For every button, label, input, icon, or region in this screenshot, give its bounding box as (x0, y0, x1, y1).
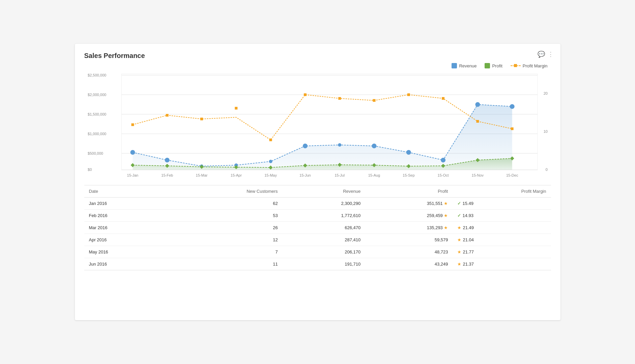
table-row: Apr 201612287,41059,579★ 21.04 (84, 234, 551, 246)
cell-date: May 2016 (84, 246, 166, 258)
cell-profit-margin: ★ 21.77 (453, 246, 551, 258)
table-row: Jun 201611191,71043,249★ 21.37 (84, 258, 551, 270)
svg-text:15-Jan: 15-Jan (127, 173, 138, 177)
table-row: Jan 2016622,300,290351,551 ★✓ 15.49 (84, 198, 551, 210)
check-icon: ✓ (457, 213, 461, 218)
profit-margin-point (131, 123, 134, 126)
svg-text:15-Dec: 15-Dec (506, 173, 518, 177)
cell-new-customers: 62 (166, 198, 283, 210)
star-icon: ★ (457, 262, 461, 267)
svg-text:15-Feb: 15-Feb (161, 173, 173, 177)
cell-date: Jun 2016 (84, 258, 166, 270)
cell-new-customers: 12 (166, 234, 283, 246)
table-row: Mar 201626626,470135,293 ★★ 21.49 (84, 222, 551, 234)
svg-text:$2,000,000: $2,000,000 (88, 93, 106, 97)
star-icon: ★ (444, 213, 448, 218)
cell-profit: 135,293 ★ (365, 222, 453, 234)
legend-profit: Profit (485, 63, 502, 68)
cell-date: Jan 2016 (84, 198, 166, 210)
revenue-legend-label: Revenue (459, 63, 477, 68)
cell-date: Apr 2016 (84, 234, 166, 246)
revenue-point (510, 104, 514, 109)
cell-profit: 48,723 (365, 246, 453, 258)
cell-profit: 351,551 ★ (365, 198, 453, 210)
profit-margin-point (338, 97, 341, 100)
cell-date: Mar 2016 (84, 222, 166, 234)
cell-revenue: 1,772,610 (283, 210, 366, 222)
chart-legend: Revenue Profit Profit Margin (84, 63, 551, 68)
col-header-revenue: Revenue (283, 185, 366, 198)
sales-performance-card: Sales Performance 💬 ⋮ Revenue Profit Pro… (75, 44, 560, 320)
cell-profit-margin: ★ 21.04 (453, 234, 551, 246)
svg-text:15-Oct: 15-Oct (437, 173, 449, 177)
profit-legend-color (485, 63, 490, 68)
profit-margin-point (442, 97, 444, 100)
more-options-icon[interactable]: ⋮ (548, 51, 554, 58)
profit-margin-point (166, 114, 168, 117)
profit-margin-point (407, 93, 410, 96)
revenue-point (165, 158, 169, 162)
card-actions: 💬 ⋮ (538, 51, 554, 58)
svg-text:20: 20 (543, 91, 547, 95)
cell-profit-margin: ★ 21.49 (453, 222, 551, 234)
star-icon: ★ (457, 225, 461, 230)
cell-new-customers: 11 (166, 258, 283, 270)
svg-text:$1,500,000: $1,500,000 (88, 112, 106, 116)
cell-date: Feb 2016 (84, 210, 166, 222)
svg-text:15-Apr: 15-Apr (230, 173, 241, 177)
cell-profit-margin: ✓ 15.49 (453, 198, 551, 210)
svg-text:$1,000,000: $1,000,000 (88, 132, 106, 136)
cell-revenue: 206,170 (283, 246, 366, 258)
col-header-profit-margin: Profit Margin (453, 185, 551, 198)
profit-margin-point (235, 107, 237, 110)
revenue-legend-color (452, 63, 457, 68)
legend-revenue: Revenue (452, 63, 477, 68)
cell-revenue: 287,410 (283, 234, 366, 246)
legend-profit-margin: Profit Margin (511, 63, 548, 68)
svg-text:$500,000: $500,000 (88, 151, 103, 155)
revenue-point (475, 102, 480, 107)
svg-text:15-Jul: 15-Jul (335, 173, 345, 177)
star-icon: ★ (444, 225, 448, 230)
svg-text:15-Nov: 15-Nov (471, 173, 484, 177)
profit-margin-point (269, 139, 272, 141)
check-icon: ✓ (457, 201, 461, 206)
revenue-point (441, 158, 445, 162)
profit-margin-line (133, 95, 512, 140)
page-title: Sales Performance (84, 52, 551, 60)
col-header-date: Date (84, 185, 166, 198)
revenue-point (130, 150, 135, 155)
chart-area: $2,500,000 $2,000,000 $1,500,000 $1,000,… (84, 70, 551, 178)
col-header-new-customers: New Customers (166, 185, 283, 198)
table-row: Feb 2016531,772,610259,459 ★✓ 14.93 (84, 210, 551, 222)
svg-text:15-Aug: 15-Aug (368, 173, 380, 177)
profit-legend-label: Profit (492, 63, 502, 68)
svg-text:$0: $0 (88, 168, 92, 172)
table-row: May 20167206,17048,723★ 21.77 (84, 246, 551, 258)
svg-text:15-Jun: 15-Jun (299, 173, 311, 177)
star-icon: ★ (444, 201, 448, 206)
revenue-point (302, 144, 307, 148)
star-icon: ★ (457, 237, 461, 242)
star-icon: ★ (457, 249, 461, 254)
svg-text:15-Sep: 15-Sep (403, 173, 415, 177)
profit-margin-point (200, 118, 203, 120)
cell-profit: 259,459 ★ (365, 210, 453, 222)
cell-revenue: 191,710 (283, 258, 366, 270)
svg-text:15-May: 15-May (264, 173, 277, 177)
cell-profit-margin: ★ 21.37 (453, 258, 551, 270)
profit-margin-legend-label: Profit Margin (523, 63, 548, 68)
revenue-point (269, 160, 272, 163)
comment-icon[interactable]: 💬 (538, 51, 545, 58)
cell-new-customers: 26 (166, 222, 283, 234)
cell-profit: 43,249 (365, 258, 453, 270)
revenue-point (406, 150, 411, 155)
cell-profit: 59,579 (365, 234, 453, 246)
revenue-point (372, 144, 376, 148)
cell-revenue: 2,300,290 (283, 198, 366, 210)
col-header-profit: Profit (365, 185, 453, 198)
svg-text:10: 10 (543, 129, 547, 133)
cell-profit-margin: ✓ 14.93 (453, 210, 551, 222)
chart-svg: $2,500,000 $2,000,000 $1,500,000 $1,000,… (84, 70, 551, 178)
svg-text:0: 0 (545, 168, 547, 172)
